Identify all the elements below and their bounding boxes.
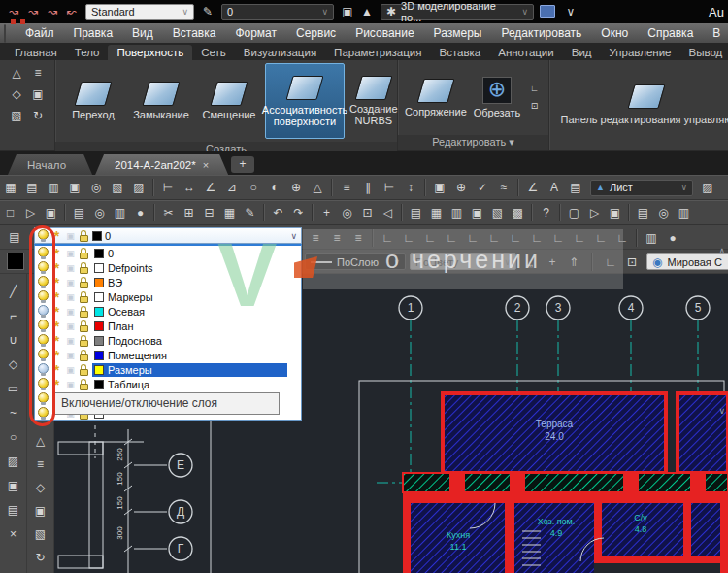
- dim-continue-icon[interactable]: ∥: [357, 177, 379, 198]
- surface-icon[interactable]: ◇: [31, 478, 50, 497]
- rotate-icon[interactable]: ↻: [29, 107, 47, 124]
- layer-lock-icon[interactable]: [79, 291, 89, 303]
- menu-item[interactable]: Формат: [225, 26, 286, 40]
- hatch-edit-icon[interactable]: ▧: [8, 107, 25, 124]
- edit-tool-button[interactable]: Сопряжение: [405, 79, 467, 118]
- tolerance-icon[interactable]: ▣: [429, 177, 450, 198]
- center-mark-icon[interactable]: ⊕: [450, 177, 472, 198]
- layer-color-swatch[interactable]: [94, 351, 104, 360]
- pan-icon[interactable]: +: [316, 202, 337, 223]
- dim-style-icon[interactable]: ▨: [697, 177, 718, 198]
- restore-viewport-icon[interactable]: ▨: [128, 177, 149, 198]
- named-viewports-icon[interactable]: ▤: [21, 177, 43, 198]
- layer-vp-freeze-icon[interactable]: ▣: [65, 249, 76, 258]
- erase-icon[interactable]: ×: [4, 524, 23, 544]
- save-menu-icon[interactable]: ∨: [561, 2, 580, 21]
- zoom-realtime-icon[interactable]: ◎: [337, 202, 357, 223]
- layer-color-swatch[interactable]: [94, 278, 104, 287]
- ucs-dialog-icon[interactable]: ⊡: [621, 252, 643, 273]
- text-style-combo[interactable]: Standard∨: [85, 4, 194, 20]
- dim-aligned-icon[interactable]: ↔: [179, 177, 200, 198]
- file-tab[interactable]: 2014-А-2ап202*×: [95, 154, 228, 175]
- dim-inspect-icon[interactable]: ✓: [472, 177, 493, 198]
- table-icon[interactable]: ▤: [4, 500, 23, 520]
- line-icon[interactable]: ╱: [4, 282, 23, 301]
- menu-item[interactable]: Справка: [638, 26, 703, 40]
- ribbon-tab[interactable]: Сеть: [192, 45, 235, 60]
- ribbon-tab[interactable]: Главная: [6, 45, 66, 60]
- rotate-icon[interactable]: ↻: [31, 548, 50, 567]
- workspace-combo[interactable]: ✱3D моделирование по...∨: [381, 4, 534, 20]
- layer-field-combo[interactable]: 0∨: [221, 4, 334, 20]
- cv-edit-bar-button[interactable]: Панель редактирования управляю: [556, 84, 728, 125]
- circle-icon[interactable]: ○: [4, 427, 23, 447]
- ribbon-tab[interactable]: Управление: [601, 45, 680, 60]
- ucs-dialog-icon[interactable]: ⊡: [527, 99, 542, 114]
- ribbon-tab[interactable]: Вид: [563, 45, 601, 60]
- tool-palettes-icon[interactable]: ▥: [447, 202, 467, 223]
- mleader-text-icon[interactable]: A: [544, 177, 565, 198]
- snapshot-icon[interactable]: ▣: [338, 2, 357, 21]
- match-brush-icon[interactable]: ✎: [198, 2, 217, 21]
- layer-lock-icon[interactable]: [79, 379, 89, 390]
- viewport-scale-icon[interactable]: ◎: [85, 177, 107, 198]
- paste-icon[interactable]: ⊟: [199, 202, 219, 223]
- layer-vp-freeze-icon[interactable]: ▣: [65, 292, 76, 302]
- viewport-lock-icon[interactable]: ▣: [64, 177, 85, 198]
- menu-item[interactable]: Сервис: [286, 26, 346, 40]
- block-icon[interactable]: ▣: [4, 476, 23, 495]
- spline-icon[interactable]: ~: [4, 403, 23, 422]
- layer-row[interactable]: * ▣ Размеры: [35, 362, 301, 377]
- open-file-icon[interactable]: ▷: [20, 202, 41, 223]
- menu-item[interactable]: Размеры: [424, 26, 492, 40]
- properties-icon[interactable]: ▤: [406, 202, 426, 223]
- spline-cv-icon[interactable]: ↜: [62, 2, 82, 21]
- help-icon[interactable]: ?: [536, 202, 556, 223]
- ucs-icon[interactable]: ∟: [527, 82, 542, 96]
- menu-item[interactable]: Окно: [591, 26, 638, 40]
- ribbon-tab[interactable]: Вставка: [430, 45, 489, 60]
- ribbon-tab[interactable]: Визуализация: [235, 45, 325, 60]
- lightbulb-status-icon[interactable]: ●: [662, 227, 683, 249]
- print-icon[interactable]: ▤: [633, 202, 653, 223]
- hatch-icon[interactable]: ▨: [4, 452, 23, 471]
- cone-icon[interactable]: △: [31, 431, 50, 451]
- zoom-window-icon[interactable]: ⊡: [357, 202, 378, 223]
- box-icon[interactable]: ▣: [31, 501, 50, 521]
- view-combo[interactable]: ◉Мировая С: [646, 253, 728, 270]
- edit-panel-label[interactable]: Редактировать ▾: [398, 135, 548, 150]
- layer-row[interactable]: * ▣ Помещения: [35, 348, 301, 362]
- new-file-icon[interactable]: □: [0, 202, 20, 223]
- save-file-icon[interactable]: ▣: [41, 202, 61, 223]
- layer-color-swatch[interactable]: [94, 336, 104, 346]
- dim-update-icon[interactable]: ▤: [565, 177, 586, 198]
- dim-linear-icon[interactable]: ⊢: [157, 177, 179, 198]
- nurbs-button[interactable]: Создание NURBS: [349, 76, 398, 126]
- layer-vp-freeze-icon[interactable]: ▣: [65, 307, 76, 317]
- layer-lock-icon[interactable]: [79, 320, 89, 332]
- layer-lock-icon[interactable]: [79, 277, 89, 288]
- dim-angular-icon[interactable]: ∠: [200, 177, 221, 198]
- viewport-icon[interactable]: ▦: [0, 177, 21, 198]
- save-workspace-icon[interactable]: [538, 2, 557, 21]
- patch-surface-icon[interactable]: ↝: [23, 2, 43, 21]
- undo-icon[interactable]: ↶: [268, 202, 288, 223]
- markup-icon[interactable]: ▧: [487, 202, 508, 223]
- create-tool-button[interactable]: Замыкание: [130, 82, 192, 120]
- ribbon-tab[interactable]: Параметризация: [325, 45, 430, 60]
- layer-color-swatch[interactable]: [94, 263, 104, 273]
- layer-color-swatch[interactable]: [94, 321, 104, 331]
- layer-lock-icon[interactable]: [79, 350, 89, 361]
- ribbon-tab[interactable]: Вывод: [679, 45, 728, 60]
- polyline-icon[interactable]: ∪: [4, 330, 23, 350]
- dim-style-combo[interactable]: ▲Лист∨: [590, 180, 693, 196]
- layer-color-swatch[interactable]: [94, 249, 104, 258]
- dim-jogged-icon[interactable]: ◐: [264, 177, 285, 198]
- layer-vp-freeze-icon[interactable]: ▣: [65, 351, 76, 360]
- construction-line-icon[interactable]: ⌐: [4, 306, 23, 325]
- layer-lock-icon[interactable]: [79, 306, 89, 318]
- file-tab[interactable]: Начало: [8, 154, 92, 175]
- dim-ordinate-icon[interactable]: △: [307, 177, 328, 198]
- dim-space-icon[interactable]: ⊢: [379, 177, 400, 198]
- cone-icon[interactable]: △: [8, 64, 25, 82]
